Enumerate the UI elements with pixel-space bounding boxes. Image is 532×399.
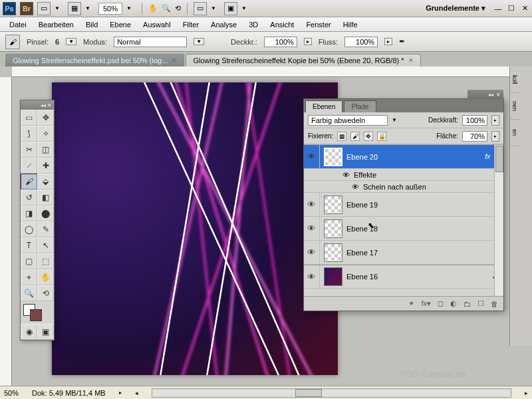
menu-fenster[interactable]: Fenster <box>301 19 336 31</box>
dock-stub[interactable]: koll <box>510 66 519 93</box>
layer-thumbnail[interactable] <box>324 148 342 166</box>
arrange-icon[interactable]: ▭ <box>194 2 207 15</box>
shape-tool-icon[interactable]: ▢ <box>21 253 37 269</box>
blur-tool-icon[interactable]: ⬤ <box>37 205 54 221</box>
dock-stub[interactable]: en <box>510 120 519 146</box>
fill-input[interactable]: 70% <box>462 131 487 142</box>
dodge-tool-icon[interactable]: ◯ <box>21 221 37 237</box>
dock-stub[interactable]: nen <box>510 93 519 120</box>
document-tab[interactable]: Glowing Streifenscheineffekt.psd bei 50%… <box>5 54 184 66</box>
layer-row[interactable]: 👁 Ebene 20 fx ▴ <box>304 145 503 169</box>
layer-fx-icon[interactable]: fx▾ <box>421 299 431 308</box>
scrollbar[interactable] <box>494 145 503 296</box>
fill-arrow-icon[interactable]: ▸ <box>491 131 499 142</box>
bridge-logo-icon[interactable]: Br <box>20 2 33 15</box>
menu-bild[interactable]: Bild <box>80 19 103 31</box>
layer-name[interactable]: Ebene 20 <box>346 153 485 161</box>
toolbox-titlebar[interactable]: ◂◂✕ <box>21 100 54 110</box>
menu-auswahl[interactable]: Auswahl <box>138 19 176 31</box>
tab-pfade[interactable]: Pfade <box>344 100 376 112</box>
flow-arrow-icon[interactable]: ▸ <box>384 38 392 45</box>
horizontal-scrollbar[interactable] <box>152 388 511 398</box>
visibility-icon[interactable]: 👁 <box>304 241 320 264</box>
blend-mode-select[interactable]: Normal <box>114 37 187 47</box>
maximize-icon[interactable]: ☐ <box>507 4 516 13</box>
photoshop-logo-icon[interactable]: Ps <box>3 2 16 15</box>
status-zoom[interactable]: 50% <box>4 389 19 397</box>
hand-icon[interactable]: ✋ <box>148 4 158 13</box>
group-icon[interactable]: 🗀 <box>464 300 471 308</box>
menu-ebene[interactable]: Ebene <box>104 19 136 31</box>
layer-opacity-input[interactable]: 100% <box>462 115 487 126</box>
opacity-arrow-icon[interactable]: ▸ <box>491 115 499 126</box>
zoom-tool-icon[interactable]: 🔍 <box>21 285 37 301</box>
menu-ansicht[interactable]: Ansicht <box>265 19 299 31</box>
collapse-icon[interactable]: ◂◂ <box>488 92 493 98</box>
layer-row[interactable]: 👁 Ebene 17 <box>304 241 503 265</box>
3d-camera-tool-icon[interactable]: ⌖ <box>21 269 37 285</box>
visibility-icon[interactable]: 👁 <box>304 217 320 240</box>
brush-picker-arrow-icon[interactable]: ▼ <box>66 38 76 45</box>
menu-analyse[interactable]: Analyse <box>205 19 242 31</box>
ruler-vertical[interactable] <box>0 77 12 386</box>
path-tool-icon[interactable]: ↖ <box>37 237 54 253</box>
menu-datei[interactable]: Datei <box>4 19 32 31</box>
layer-thumbnail[interactable] <box>324 219 342 238</box>
eraser-tool-icon[interactable]: ◧ <box>37 190 54 205</box>
minimize-icon[interactable]: — <box>493 5 503 13</box>
visibility-icon[interactable]: 👁 <box>304 265 320 288</box>
visibility-icon[interactable]: 👁 <box>304 193 320 216</box>
layer-name[interactable]: Ebene 17 <box>346 249 503 257</box>
screenmode-icon[interactable]: ▣ <box>37 324 54 340</box>
visibility-icon[interactable]: 👁 <box>304 145 320 168</box>
visibility-icon[interactable]: 👁 <box>342 171 350 179</box>
menu-3d[interactable]: 3D <box>243 19 263 31</box>
layer-thumbnail[interactable] <box>324 196 342 214</box>
type-tool-icon[interactable]: T <box>21 237 37 253</box>
workspace-switcher[interactable]: Grundelemente ▾ <box>422 3 489 14</box>
effect-outerglow-row[interactable]: 👁 Schein nach außen <box>304 181 503 193</box>
mode-arrow-icon[interactable]: ▼ <box>194 38 204 45</box>
canvas[interactable] <box>52 82 338 375</box>
background-color[interactable] <box>30 309 42 321</box>
marquee-tool-icon[interactable]: ▭ <box>21 110 37 126</box>
zoom-icon[interactable]: 🔍 <box>162 4 171 13</box>
tab-ebenen[interactable]: Ebenen <box>305 100 342 112</box>
hand-tool-icon[interactable]: ✋ <box>37 269 54 285</box>
close-icon[interactable]: ✕ <box>520 4 529 13</box>
close-panel-icon[interactable]: ✕ <box>496 92 501 98</box>
layer-row[interactable]: 👁 Ebene 18 <box>304 217 503 241</box>
extras-icon[interactable]: ▦ <box>68 2 81 15</box>
slice-tool-icon[interactable]: ◫ <box>37 142 54 158</box>
lasso-tool-icon[interactable]: ⟆ <box>21 126 37 142</box>
heal-tool-icon[interactable]: ✚ <box>37 158 54 174</box>
move-tool-icon[interactable]: ✥ <box>37 110 54 126</box>
visibility-icon[interactable]: 👁 <box>352 183 359 191</box>
pen-tool-icon[interactable]: ✎ <box>37 221 54 237</box>
ruler-horizontal[interactable] <box>12 66 532 77</box>
layer-row[interactable]: 👁 Ebene 19 <box>304 193 503 217</box>
brush-size-value[interactable]: 6 <box>55 38 59 46</box>
layer-thumbnail[interactable] <box>324 243 342 262</box>
layer-row[interactable]: 👁 Ebene 16 ⬙ <box>304 265 503 289</box>
3d-tool-icon[interactable]: ⬚ <box>37 253 54 269</box>
crop-tool-icon[interactable]: ✂ <box>21 142 37 158</box>
rotate-tool-icon[interactable]: ⟲ <box>37 285 54 301</box>
stamp-tool-icon[interactable]: ⬙ <box>37 174 54 190</box>
adjustment-layer-icon[interactable]: ◐ <box>450 299 457 308</box>
link-layers-icon[interactable]: ⚭ <box>408 299 414 308</box>
effects-row[interactable]: 👁 Effekte <box>304 169 503 181</box>
screen-mode-icon[interactable]: ▣ <box>224 2 237 15</box>
quickmask-icon[interactable]: ◉ <box>21 324 37 340</box>
close-tab-icon[interactable]: ✕ <box>172 57 177 64</box>
history-brush-tool-icon[interactable]: ↺ <box>21 190 37 205</box>
layer-blend-select[interactable]: Farbig abwedeln <box>308 115 388 126</box>
opacity-input[interactable]: 100% <box>264 37 297 47</box>
layer-name[interactable]: Ebene 19 <box>346 201 503 209</box>
layer-name[interactable]: Ebene 18 <box>346 225 503 233</box>
lock-transparency-icon[interactable]: ▦ <box>337 132 346 141</box>
lock-pixels-icon[interactable]: 🖌 <box>350 132 360 141</box>
tool-preset-icon[interactable]: 🖌 <box>5 35 20 49</box>
fx-badge[interactable]: fx <box>485 153 490 160</box>
layer-name[interactable]: Ebene 16 <box>346 273 493 281</box>
